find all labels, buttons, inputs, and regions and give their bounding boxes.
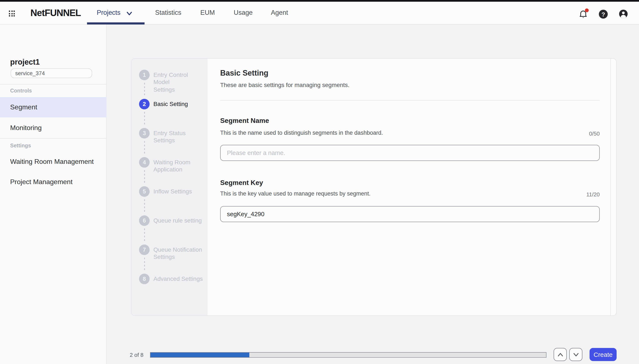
step-number: 5 bbox=[139, 186, 150, 196]
wizard-card: 1 Entry Control Model Settings 2 Basic S… bbox=[131, 58, 616, 316]
sidebar-item-waiting-room-management[interactable]: Waiting Room Management bbox=[0, 152, 107, 172]
step-number: 7 bbox=[139, 244, 150, 255]
step-6-queue-rule-setting[interactable]: 6 Queue rule setting bbox=[139, 215, 205, 226]
segment-key-label: Segment Key bbox=[220, 179, 263, 187]
wizard-bottom-bar: 2 of 8 Create bbox=[107, 344, 639, 364]
chevron-down-icon[interactable] bbox=[126, 11, 132, 16]
sidebar-divider bbox=[0, 84, 107, 84]
step-label: Waiting Room Application bbox=[153, 158, 205, 173]
section-title: Basic Setting bbox=[220, 69, 268, 78]
top-navbar: NetFUNNEL Projects Statistics EUM Usage … bbox=[0, 2, 639, 24]
app-grid-icon[interactable] bbox=[9, 10, 15, 17]
step-number: 1 bbox=[139, 70, 150, 80]
segment-key-counter: 11/20 bbox=[220, 191, 600, 198]
notification-badge bbox=[585, 8, 589, 12]
step-label: Queue rule setting bbox=[153, 217, 205, 224]
card-scrollbar-track[interactable] bbox=[610, 59, 616, 316]
step-number: 3 bbox=[139, 128, 150, 138]
step-number: 6 bbox=[139, 215, 150, 226]
wizard-stepper: 1 Entry Control Model Settings 2 Basic S… bbox=[131, 59, 207, 316]
nav-tab-statistics[interactable]: Statistics bbox=[155, 9, 181, 16]
previous-step-button[interactable] bbox=[554, 348, 567, 361]
step-label: Advanced Settings bbox=[153, 275, 205, 282]
step-label: Entry Status Settings bbox=[153, 130, 205, 144]
step-number: 2 bbox=[139, 98, 150, 109]
sidebar-section-controls: Controls bbox=[10, 88, 32, 94]
step-connector-line bbox=[144, 228, 145, 242]
nav-tab-eum[interactable]: EUM bbox=[200, 9, 215, 16]
step-label: Entry Control Model Settings bbox=[153, 71, 205, 93]
sidebar-section-settings: Settings bbox=[10, 143, 31, 149]
sidebar-divider bbox=[0, 138, 107, 138]
step-connector-line bbox=[144, 199, 145, 212]
step-number: 4 bbox=[139, 157, 150, 168]
step-label: Basic Setting bbox=[153, 100, 205, 108]
help-icon[interactable]: ? bbox=[599, 10, 608, 18]
nav-tab-agent[interactable]: Agent bbox=[271, 9, 288, 16]
sidebar-item-monitoring[interactable]: Monitoring bbox=[0, 118, 107, 138]
next-step-button[interactable] bbox=[569, 348, 582, 361]
step-5-inflow-settings[interactable]: 5 Inflow Settings bbox=[139, 186, 205, 196]
nav-tab-usage[interactable]: Usage bbox=[234, 9, 253, 16]
service-selector[interactable]: service_374 bbox=[11, 68, 92, 78]
segment-name-counter: 0/50 bbox=[220, 130, 600, 137]
create-button[interactable]: Create bbox=[589, 348, 616, 361]
step-label: Inflow Settings bbox=[153, 188, 205, 195]
step-connector-line bbox=[144, 141, 145, 154]
segment-key-input[interactable] bbox=[220, 206, 600, 222]
step-1-entry-control-model-settings[interactable]: 1 Entry Control Model Settings bbox=[139, 70, 205, 93]
notification-bell-icon[interactable] bbox=[578, 9, 588, 18]
step-label: Queue Notification Settings bbox=[153, 246, 205, 261]
project-name: project1 bbox=[10, 58, 40, 67]
section-description: These are basic settings for managing se… bbox=[220, 82, 350, 88]
step-3-entry-status-settings[interactable]: 3 Entry Status Settings bbox=[139, 128, 205, 144]
step-connector-line bbox=[144, 170, 145, 184]
form-panel: Basic Setting These are basic settings f… bbox=[207, 59, 611, 316]
step-connector-line bbox=[144, 258, 145, 271]
step-4-waiting-room-application[interactable]: 4 Waiting Room Application bbox=[139, 157, 205, 173]
step-connector-line bbox=[144, 112, 145, 125]
sidebar-item-project-management[interactable]: Project Management bbox=[0, 172, 107, 192]
netfunnel-logo: NetFUNNEL bbox=[31, 8, 81, 18]
step-2-basic-setting[interactable]: 2 Basic Setting bbox=[139, 98, 205, 109]
progress-bar-fill bbox=[150, 352, 249, 357]
profile-avatar-icon[interactable] bbox=[619, 9, 628, 18]
step-8-advanced-settings[interactable]: 8 Advanced Settings bbox=[139, 274, 205, 284]
progress-step-text: 2 of 8 bbox=[130, 352, 143, 358]
window-top-strip bbox=[0, 0, 639, 2]
sidebar: project1 service_374 Controls Segment Mo… bbox=[0, 24, 107, 364]
step-7-queue-notification-settings[interactable]: 7 Queue Notification Settings bbox=[139, 244, 205, 261]
chevron-up-icon bbox=[557, 352, 563, 356]
active-tab-underline bbox=[87, 22, 145, 24]
step-number: 8 bbox=[139, 274, 150, 284]
progress-bar bbox=[150, 352, 546, 358]
step-connector-line bbox=[144, 82, 145, 96]
nav-tab-projects[interactable]: Projects bbox=[97, 9, 120, 16]
chevron-down-icon bbox=[573, 352, 579, 356]
section-divider bbox=[220, 100, 600, 100]
segment-name-label: Segment Name bbox=[220, 117, 269, 124]
main-area: Add New Basic Control Segment Cancel 1 E… bbox=[107, 24, 639, 364]
segment-name-input[interactable] bbox=[220, 145, 600, 161]
sidebar-item-segment[interactable]: Segment bbox=[0, 97, 107, 118]
